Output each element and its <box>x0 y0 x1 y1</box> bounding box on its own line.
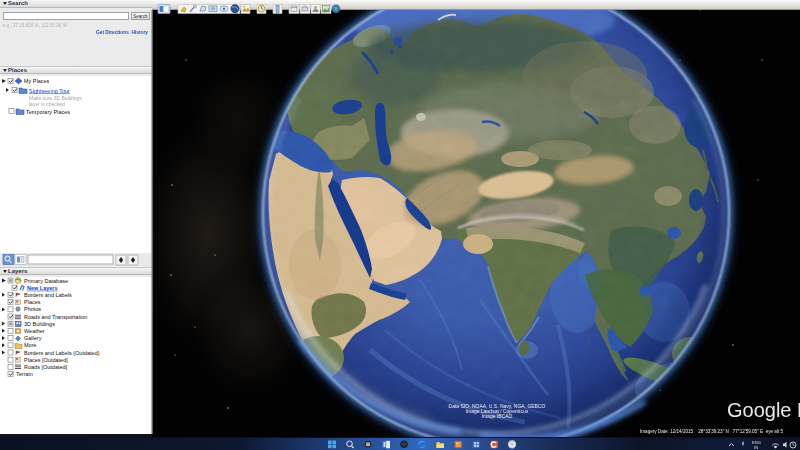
svg-text:Terrain: Terrain <box>16 371 33 377</box>
svg-text:Places: Places <box>24 299 41 305</box>
svg-text:IN: IN <box>754 445 758 450</box>
svg-text:My Places: My Places <box>24 78 50 84</box>
svg-text:layer is checked: layer is checked <box>29 101 65 107</box>
svg-text:3D Buildings: 3D Buildings <box>24 321 55 327</box>
svg-text:Roads and Transportation: Roads and Transportation <box>24 314 87 320</box>
svg-text:Places [Outdated]: Places [Outdated] <box>24 357 68 363</box>
svg-text:Temporary Places: Temporary Places <box>26 109 70 115</box>
svg-text:Primary Database: Primary Database <box>24 278 68 284</box>
svg-text:New Layers: New Layers <box>27 285 58 291</box>
svg-text:Photos: Photos <box>24 306 41 312</box>
svg-text:Weather: Weather <box>24 328 45 334</box>
svg-text:Borders and Labels (Outdated): Borders and Labels (Outdated) <box>24 350 100 356</box>
svg-text:Roads [Outdated]: Roads [Outdated] <box>24 364 68 370</box>
svg-text:Gallery: Gallery <box>24 335 42 341</box>
svg-text:More: More <box>24 342 37 348</box>
svg-text:Sightseeing Tour: Sightseeing Tour <box>29 88 70 94</box>
svg-text:Borders and Labels: Borders and Labels <box>24 292 72 298</box>
